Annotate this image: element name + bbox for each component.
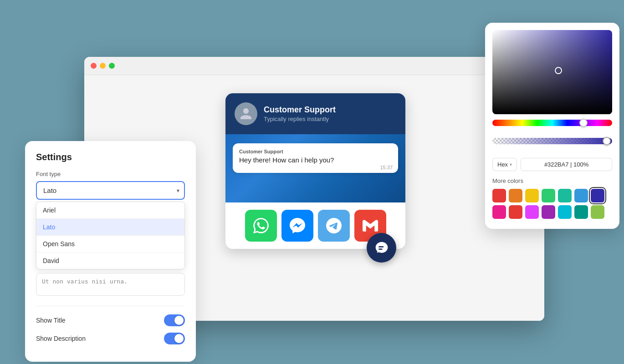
swatch-red[interactable] (492, 189, 506, 202)
color-gradient-box[interactable] (492, 30, 612, 114)
whatsapp-button[interactable] (245, 210, 277, 242)
user-icon (239, 107, 253, 121)
chat-title: Customer Support (264, 105, 336, 115)
swatch-lime[interactable] (591, 205, 604, 219)
swatch-cyan[interactable] (558, 205, 572, 219)
bubble-sender: Customer Support (239, 149, 392, 154)
opacity-slider-wrapper[interactable] (492, 138, 612, 144)
hex-row: Hex ▾ #322BA7 | 100% (492, 158, 612, 171)
swatch-orange[interactable] (509, 189, 522, 202)
show-title-toggle[interactable] (164, 314, 185, 326)
swatch-pink[interactable] (492, 205, 506, 219)
show-description-label: Show Description (36, 335, 86, 342)
browser-titlebar (84, 57, 544, 75)
hex-format-label: Hex (497, 161, 508, 168)
opacity-gradient (492, 138, 612, 144)
hex-format-select[interactable]: Hex ▾ (492, 158, 517, 171)
swatch-teal[interactable] (558, 189, 572, 202)
chat-message-bubble: Customer Support Hey there! How can i he… (233, 143, 398, 173)
font-type-label: Font type (36, 171, 185, 177)
textarea-wrapper: Ut non varius nisi urna. (36, 273, 185, 298)
color-swatches-row-1 (492, 189, 612, 202)
chat-subtitle: Typically replies instantly (264, 116, 336, 122)
chat-widget: Customer Support Typically replies insta… (225, 93, 405, 249)
opacity-checker (492, 138, 612, 144)
color-swatches-row-2 (492, 205, 612, 219)
show-description-row: Show Description (36, 333, 185, 344)
bubble-text: Hey there! How can i help you? (239, 156, 392, 164)
swatch-green-dark[interactable] (574, 205, 588, 219)
bubble-time: 15:37 (380, 165, 393, 170)
show-title-row: Show Title (36, 314, 185, 326)
hue-thumb (579, 119, 588, 127)
font-option-lato[interactable]: Lato (36, 218, 184, 235)
chat-fab-icon (374, 241, 389, 255)
whatsapp-icon (253, 218, 269, 233)
swatch-red2[interactable] (509, 205, 522, 219)
close-button[interactable] (91, 63, 97, 69)
gradient-cursor (555, 67, 562, 74)
gmail-icon (363, 218, 378, 233)
settings-divider (36, 306, 185, 306)
swatch-indigo[interactable] (591, 189, 604, 202)
swatch-blue[interactable] (574, 189, 588, 202)
avatar (235, 102, 257, 125)
opacity-thumb (603, 137, 611, 145)
hex-dropdown-icon: ▾ (510, 162, 512, 167)
gradient-brightness (492, 30, 612, 114)
traffic-lights (91, 63, 115, 69)
font-option-ariel[interactable]: Ariel (36, 202, 184, 218)
swatch-purple-light[interactable] (525, 205, 539, 219)
font-select-wrapper: Lato ▾ (36, 181, 185, 200)
swatch-yellow[interactable] (525, 189, 539, 202)
chat-header: Customer Support Typically replies insta… (225, 93, 405, 134)
minimize-button[interactable] (100, 63, 106, 69)
toggle-knob (174, 316, 184, 325)
show-description-toggle[interactable] (164, 333, 185, 344)
color-picker-panel: Hex ▾ #322BA7 | 100% More colors (485, 23, 619, 229)
hue-slider (492, 120, 612, 126)
hue-slider-wrapper[interactable] (492, 120, 612, 126)
messenger-icon (290, 218, 305, 233)
chat-header-text: Customer Support Typically replies insta… (264, 105, 336, 122)
swatch-purple[interactable] (542, 205, 555, 219)
hex-value-input[interactable]: #322BA7 | 100% (521, 158, 612, 171)
chat-widget-container: Customer Support Typically replies insta… (225, 93, 405, 249)
swatch-green[interactable] (542, 189, 555, 202)
telegram-icon (326, 218, 342, 233)
font-option-david[interactable]: David (36, 252, 184, 269)
show-title-label: Show Title (36, 317, 66, 324)
maximize-button[interactable] (109, 63, 115, 69)
settings-title: Settings (36, 152, 185, 162)
telegram-button[interactable] (318, 210, 350, 242)
chat-background: Customer Support Hey there! How can i he… (225, 134, 405, 202)
font-option-opensans[interactable]: Open Sans (36, 235, 184, 252)
messenger-button[interactable] (281, 210, 313, 242)
more-colors-label: More colors (492, 177, 612, 184)
toggle-knob-desc (174, 334, 184, 343)
font-dropdown: Ariel Lato Open Sans David (36, 202, 185, 269)
settings-panel: Settings Font type Lato ▾ Ariel Lato Ope… (25, 141, 196, 362)
description-textarea[interactable]: Ut non varius nisi urna. (36, 273, 185, 296)
chat-fab-button[interactable] (367, 233, 396, 263)
font-type-select[interactable]: Lato (36, 181, 185, 200)
